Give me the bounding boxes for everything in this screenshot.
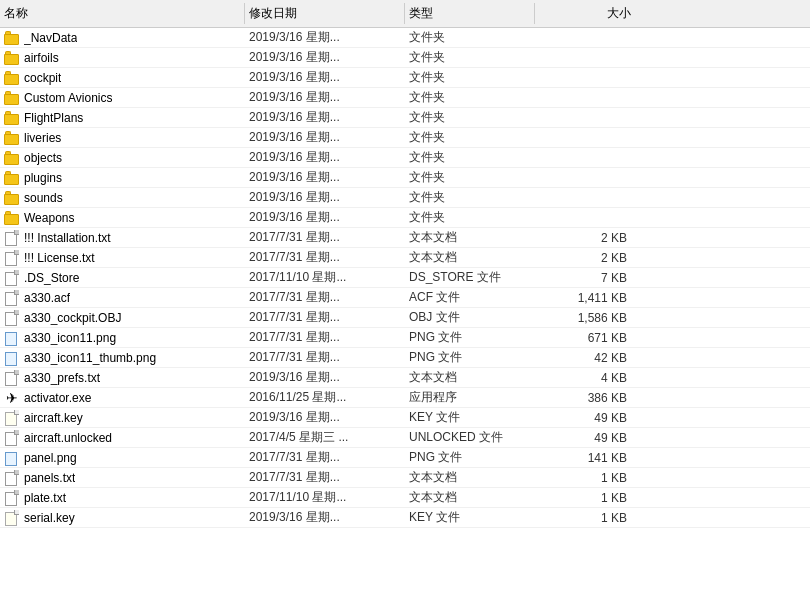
- table-row[interactable]: a330.acf2017/7/31 星期...ACF 文件1,411 KB: [0, 288, 810, 308]
- cell-date-18: 2016/11/25 星期...: [245, 389, 405, 406]
- cell-size-11: 2 KB: [535, 251, 635, 265]
- cell-date-21: 2017/7/31 星期...: [245, 449, 405, 466]
- col-size-header[interactable]: 大小: [535, 3, 635, 24]
- file-name-20: aircraft.unlocked: [24, 431, 112, 445]
- cell-size-17: 4 KB: [535, 371, 635, 385]
- file-name-1: airfoils: [24, 51, 59, 65]
- table-row[interactable]: panel.png2017/7/31 星期...PNG 文件141 KB: [0, 448, 810, 468]
- png-icon: [4, 350, 20, 366]
- cell-date-4: 2019/3/16 星期...: [245, 109, 405, 126]
- table-row[interactable]: plate.txt2017/11/10 星期...文本文档1 KB: [0, 488, 810, 508]
- key-icon: [4, 510, 20, 526]
- cell-size-19: 49 KB: [535, 411, 635, 425]
- table-row[interactable]: .DS_Store2017/11/10 星期...DS_STORE 文件7 KB: [0, 268, 810, 288]
- table-row[interactable]: !!! Installation.txt2017/7/31 星期...文本文档2…: [0, 228, 810, 248]
- col-type-header[interactable]: 类型: [405, 3, 535, 24]
- table-row[interactable]: FlightPlans2019/3/16 星期...文件夹: [0, 108, 810, 128]
- file-name-4: FlightPlans: [24, 111, 83, 125]
- table-row[interactable]: _NavData2019/3/16 星期...文件夹: [0, 28, 810, 48]
- cell-name-18: ✈activator.exe: [0, 390, 245, 406]
- folder-icon: [4, 70, 20, 86]
- table-row[interactable]: objects2019/3/16 星期...文件夹: [0, 148, 810, 168]
- file-name-23: plate.txt: [24, 491, 66, 505]
- file-name-11: !!! License.txt: [24, 251, 95, 265]
- cell-date-5: 2019/3/16 星期...: [245, 129, 405, 146]
- col-name-header[interactable]: 名称: [0, 3, 245, 24]
- folder-icon: [4, 110, 20, 126]
- cell-date-3: 2019/3/16 星期...: [245, 89, 405, 106]
- cell-name-20: aircraft.unlocked: [0, 430, 245, 446]
- cell-name-17: a330_prefs.txt: [0, 370, 245, 386]
- cell-size-24: 1 KB: [535, 511, 635, 525]
- cell-name-8: sounds: [0, 190, 245, 206]
- table-row[interactable]: liveries2019/3/16 星期...文件夹: [0, 128, 810, 148]
- cell-type-8: 文件夹: [405, 189, 535, 206]
- table-row[interactable]: airfoils2019/3/16 星期...文件夹: [0, 48, 810, 68]
- folder-icon: [4, 30, 20, 46]
- file-name-7: plugins: [24, 171, 62, 185]
- table-row[interactable]: sounds2019/3/16 星期...文件夹: [0, 188, 810, 208]
- cell-type-23: 文本文档: [405, 489, 535, 506]
- table-row[interactable]: panels.txt2017/7/31 星期...文本文档1 KB: [0, 468, 810, 488]
- cell-size-20: 49 KB: [535, 431, 635, 445]
- folder-icon: [4, 150, 20, 166]
- key-icon: [4, 410, 20, 426]
- exe-icon: ✈: [4, 390, 20, 406]
- folder-icon: [4, 130, 20, 146]
- cell-date-0: 2019/3/16 星期...: [245, 29, 405, 46]
- cell-type-18: 应用程序: [405, 389, 535, 406]
- table-row[interactable]: serial.key2019/3/16 星期...KEY 文件1 KB: [0, 508, 810, 528]
- cell-name-0: _NavData: [0, 30, 245, 46]
- table-row[interactable]: a330_icon11.png2017/7/31 星期...PNG 文件671 …: [0, 328, 810, 348]
- table-row[interactable]: !!! License.txt2017/7/31 星期...文本文档2 KB: [0, 248, 810, 268]
- folder-icon: [4, 50, 20, 66]
- file-name-18: activator.exe: [24, 391, 91, 405]
- cell-type-2: 文件夹: [405, 69, 535, 86]
- table-row[interactable]: ✈activator.exe2016/11/25 星期...应用程序386 KB: [0, 388, 810, 408]
- cell-type-17: 文本文档: [405, 369, 535, 386]
- cell-name-4: FlightPlans: [0, 110, 245, 126]
- cell-type-14: OBJ 文件: [405, 309, 535, 326]
- table-row[interactable]: cockpit2019/3/16 星期...文件夹: [0, 68, 810, 88]
- cell-type-13: ACF 文件: [405, 289, 535, 306]
- cell-name-12: .DS_Store: [0, 270, 245, 286]
- cell-name-7: plugins: [0, 170, 245, 186]
- table-row[interactable]: Custom Avionics2019/3/16 星期...文件夹: [0, 88, 810, 108]
- file-explorer[interactable]: 名称 修改日期 类型 大小 _NavData2019/3/16 星期...文件夹…: [0, 0, 810, 595]
- folder-icon: [4, 170, 20, 186]
- table-row[interactable]: a330_icon11_thumb.png2017/7/31 星期...PNG …: [0, 348, 810, 368]
- png-icon: [4, 330, 20, 346]
- table-row[interactable]: a330_prefs.txt2019/3/16 星期...文本文档4 KB: [0, 368, 810, 388]
- cell-date-11: 2017/7/31 星期...: [245, 249, 405, 266]
- cell-date-10: 2017/7/31 星期...: [245, 229, 405, 246]
- col-date-header[interactable]: 修改日期: [245, 3, 405, 24]
- cell-size-16: 42 KB: [535, 351, 635, 365]
- file-name-8: sounds: [24, 191, 63, 205]
- table-row[interactable]: Weapons2019/3/16 星期...文件夹: [0, 208, 810, 228]
- file-name-2: cockpit: [24, 71, 61, 85]
- cell-type-15: PNG 文件: [405, 329, 535, 346]
- cell-name-15: a330_icon11.png: [0, 330, 245, 346]
- table-row[interactable]: aircraft.key2019/3/16 星期...KEY 文件49 KB: [0, 408, 810, 428]
- cell-type-6: 文件夹: [405, 149, 535, 166]
- file-name-3: Custom Avionics: [24, 91, 112, 105]
- table-row[interactable]: plugins2019/3/16 星期...文件夹: [0, 168, 810, 188]
- file-name-12: .DS_Store: [24, 271, 79, 285]
- file-name-13: a330.acf: [24, 291, 70, 305]
- cell-type-11: 文本文档: [405, 249, 535, 266]
- table-row[interactable]: aircraft.unlocked2017/4/5 星期三 ...UNLOCKE…: [0, 428, 810, 448]
- cell-type-4: 文件夹: [405, 109, 535, 126]
- cell-date-7: 2019/3/16 星期...: [245, 169, 405, 186]
- cell-name-6: objects: [0, 150, 245, 166]
- file-name-6: objects: [24, 151, 62, 165]
- cell-name-24: serial.key: [0, 510, 245, 526]
- cell-date-22: 2017/7/31 星期...: [245, 469, 405, 486]
- cell-size-14: 1,586 KB: [535, 311, 635, 325]
- cell-type-1: 文件夹: [405, 49, 535, 66]
- cell-type-0: 文件夹: [405, 29, 535, 46]
- table-row[interactable]: a330_cockpit.OBJ2017/7/31 星期...OBJ 文件1,5…: [0, 308, 810, 328]
- cell-date-12: 2017/11/10 星期...: [245, 269, 405, 286]
- cell-type-24: KEY 文件: [405, 509, 535, 526]
- cell-date-23: 2017/11/10 星期...: [245, 489, 405, 506]
- file-icon: [4, 430, 20, 446]
